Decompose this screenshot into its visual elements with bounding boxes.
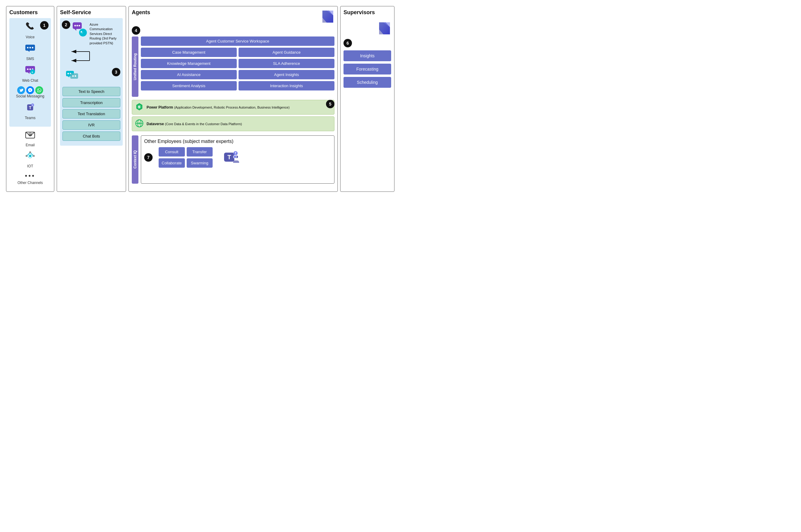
extra-channels: Email IOT ••• Oth xyxy=(9,130,51,185)
interaction-insights-cell: Interaction Insights xyxy=(239,81,335,91)
agent-row-4: Sentiment Analysis Interaction Insights xyxy=(141,81,335,91)
dataverse-icon xyxy=(135,119,144,129)
ai-buttons-list: Text to Speech Transcription Text Transl… xyxy=(62,87,120,141)
svg-point-55 xyxy=(233,155,236,158)
badge-5: 5 xyxy=(326,100,335,108)
channel-email: Email xyxy=(9,130,51,147)
btn-insights[interactable]: Insights xyxy=(343,50,391,61)
agent-row-1: Case Management Agent Guidance xyxy=(141,48,335,57)
voice-icon xyxy=(25,21,36,34)
email-icon xyxy=(25,130,35,142)
btn-forecasting[interactable]: Forecasting xyxy=(343,64,391,75)
customers-title: Customers xyxy=(9,10,51,16)
collaborate-cell: Collaborate xyxy=(159,158,185,168)
svg-text:T: T xyxy=(32,104,34,107)
badge-1: 1 xyxy=(40,21,49,30)
btn-transcription[interactable]: Transcription xyxy=(62,98,120,107)
azure-comm-text: Azure Communication Services Direct Rout… xyxy=(90,22,120,45)
svg-point-6 xyxy=(27,69,28,70)
svg-marker-33 xyxy=(75,29,76,31)
ai-bot-area: 3 Text to xyxy=(62,69,120,141)
sentiment-analysis-cell: Sentiment Analysis xyxy=(141,81,237,91)
agent-insights-cell: Agent Insights xyxy=(239,70,335,79)
badge-4: 4 xyxy=(132,26,140,35)
svg-point-28 xyxy=(30,152,31,153)
selfservice-inner: 2 xyxy=(60,18,123,146)
webchat-label: Web Chat xyxy=(22,78,38,83)
context-iq-label: Context IQ xyxy=(132,135,138,184)
swarming-cell: Swarming xyxy=(187,158,213,168)
sup-dynamics-logo-area xyxy=(343,21,391,37)
supervisors-header: Supervisors xyxy=(343,10,391,18)
btn-chat-bots[interactable]: Chat Bots xyxy=(62,132,120,141)
bot-icon xyxy=(65,69,79,84)
selfservice-title: Self-Service xyxy=(60,10,123,16)
btn-ivr[interactable]: IVR xyxy=(62,120,120,130)
azure-comm-area: 2 xyxy=(62,21,120,45)
agent-grid: Agent Customer Service Workspace Case Ma… xyxy=(141,37,335,97)
sms-label: SMS xyxy=(26,57,34,61)
supervisors-section: Supervisors 6 Insights Forecasting Sched… xyxy=(340,6,395,192)
dynamics-logo xyxy=(320,10,335,24)
other-employees-title: Other Employees (subject matter experts) xyxy=(144,139,331,144)
svg-marker-9 xyxy=(28,72,30,74)
svg-point-22 xyxy=(29,155,31,157)
svg-point-7 xyxy=(30,69,31,70)
dataverse-text: Dataverse (Core Data & Events in the Cus… xyxy=(147,122,242,126)
iot-label: IOT xyxy=(27,164,33,168)
btn-scheduling[interactable]: Scheduling xyxy=(343,77,391,88)
email-label: Email xyxy=(26,143,35,147)
sup-dynamics-logo xyxy=(377,21,391,36)
customers-inner: 1 Voice xyxy=(9,18,51,127)
svg-point-2 xyxy=(30,47,31,49)
btn-text-to-speech[interactable]: Text to Speech xyxy=(62,87,120,96)
svg-point-40 xyxy=(68,73,69,74)
dataverse-row: Dataverse (Core Data & Events in the Cus… xyxy=(132,116,335,131)
svg-point-13 xyxy=(35,86,43,94)
platform-section: 5 Power Platform (Application Developmen… xyxy=(132,100,335,131)
channel-iot: IOT xyxy=(9,151,51,168)
agent-workspace-cell: Agent Customer Service Workspace xyxy=(141,37,335,46)
badge-2: 2 xyxy=(62,20,70,29)
supervisors-title: Supervisors xyxy=(343,10,375,16)
power-platform-text: Power Platform (Application Development,… xyxy=(147,105,289,110)
sla-adherence-cell: SLA Adherence xyxy=(239,59,335,68)
context-iq-section: Context IQ Other Employees (subject matt… xyxy=(132,135,335,184)
channel-other: ••• Other Channels xyxy=(9,172,51,185)
channel-sms: SMS xyxy=(12,43,49,61)
svg-point-49 xyxy=(138,122,140,125)
svg-point-44 xyxy=(72,75,74,77)
agent-row-3: AI Assistance Agent Insights xyxy=(141,70,335,79)
agent-row-2: Knowledge Management SLA Adherence xyxy=(141,59,335,68)
svg-point-3 xyxy=(32,47,34,49)
svg-point-26 xyxy=(26,155,27,157)
transfer-cell: Transfer xyxy=(187,147,213,156)
badge-3: 3 xyxy=(112,68,120,76)
teams-label: Teams xyxy=(25,116,35,120)
svg-marker-4 xyxy=(28,51,30,52)
power-platform-row: Power Platform (Application Development,… xyxy=(132,100,335,115)
channel-webchat: Web Chat xyxy=(12,64,49,83)
consult-cell: Consult xyxy=(159,147,185,156)
channel-teams: T T Teams xyxy=(12,102,49,120)
ai-assistance-cell: AI Assistance xyxy=(141,70,237,79)
badge-7: 7 xyxy=(144,153,153,162)
svg-text:T: T xyxy=(227,154,231,160)
unified-routing-label: Unified Routing xyxy=(132,37,138,97)
badge-6: 6 xyxy=(343,39,352,48)
iot-icon xyxy=(25,151,35,163)
svg-marker-42 xyxy=(68,76,69,77)
svg-point-27 xyxy=(33,155,35,157)
selfservice-section: Self-Service 2 xyxy=(57,6,126,192)
teams-large-logo: T T xyxy=(222,148,239,167)
case-management-cell: Case Management xyxy=(141,48,237,57)
agents-title: Agents xyxy=(132,10,150,16)
svg-point-45 xyxy=(75,75,76,77)
voice-label: Voice xyxy=(26,35,34,39)
svg-text:T: T xyxy=(29,105,32,110)
azure-chat-icon xyxy=(72,21,87,39)
sms-icon xyxy=(25,43,36,56)
power-platform-icon xyxy=(135,102,144,112)
btn-text-translation[interactable]: Text Translation xyxy=(62,109,120,118)
unified-routing-block: Unified Routing Agent Customer Service W… xyxy=(132,37,335,97)
